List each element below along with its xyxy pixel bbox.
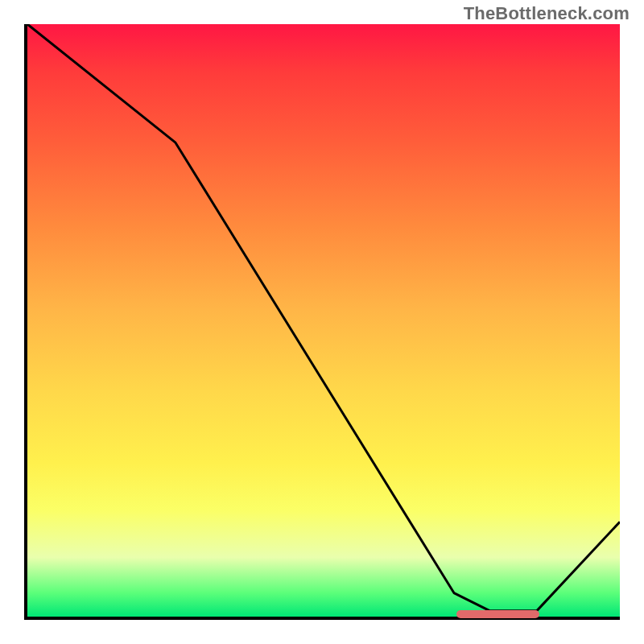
optimal-range-marker [456,610,540,618]
watermark-text: TheBottleneck.com [464,3,630,24]
plot-area [24,24,620,620]
line-curve [27,24,620,617]
